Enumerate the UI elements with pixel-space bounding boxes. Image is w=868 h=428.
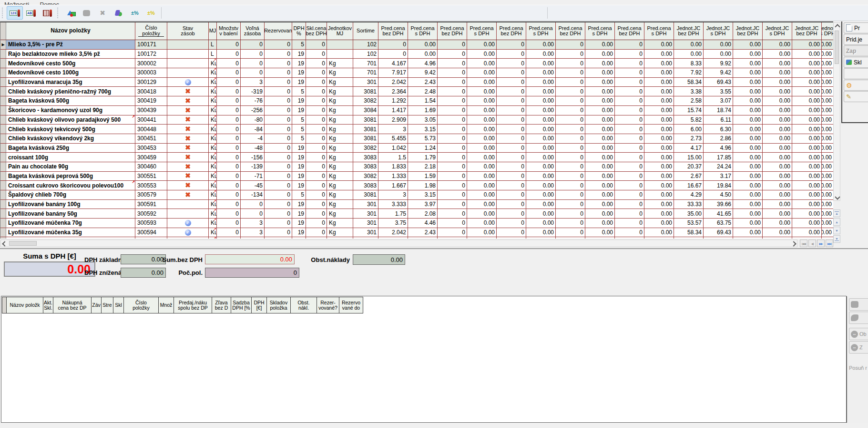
grid-cell-pred3s[interactable]: 0.00	[526, 237, 556, 239]
grid-cell-nazov[interactable]: Lyofilizované banány 100g	[6, 200, 135, 209]
grid-cell-jc1s[interactable]: 6.11	[704, 115, 733, 125]
grid-cell-pred3b[interactable]: 0	[497, 190, 526, 199]
grid-cell-pred3s[interactable]: 0.00	[526, 144, 556, 153]
grid-cell-jc3b[interactable]: 0.00	[792, 228, 822, 237]
grid-cell-jc3s[interactable]: 0.00	[822, 59, 833, 68]
grid-cell-dph[interactable]: 19	[292, 59, 306, 68]
grid-cell-pred5b[interactable]: 0	[615, 228, 644, 237]
grid-cell-nazov[interactable]: Lyofilizované mango 70g	[6, 237, 135, 239]
grid-cell-jednotkovamj[interactable]: Kg	[327, 144, 353, 153]
grid-cell-pred5s[interactable]: 0.00	[644, 106, 674, 115]
grid-cell-jc1b[interactable]: 58.34	[674, 78, 704, 87]
grid-cell-pred4s[interactable]: 0.00	[585, 228, 615, 237]
grid-cell-sklcena[interactable]: 0	[306, 190, 327, 199]
grid-cell-stav[interactable]: ✖	[167, 190, 209, 199]
grid-cell-jc3b[interactable]: 0.00	[792, 50, 822, 59]
grid-cell-dph[interactable]: 19	[292, 209, 306, 218]
grid-cell-pred4b[interactable]: 0	[556, 50, 585, 59]
grid-cell-jc1s[interactable]: 63.75	[704, 219, 733, 228]
grid-cell-jednotkovamj[interactable]: Kg	[327, 172, 353, 181]
grid-cell-pred5s[interactable]: 0.00	[644, 87, 674, 96]
column-header-jc1b[interactable]: Jednot.JCbez DPH	[674, 22, 704, 40]
grid-cell-jc1s[interactable]: 24.24	[704, 162, 733, 171]
grid-cell-mnozstvo[interactable]: 0	[217, 237, 241, 239]
grid-cell-pred4b[interactable]: 0	[556, 144, 585, 153]
column-header-sortiment[interactable]: Sortime	[353, 22, 378, 40]
grid-cell-sklcena[interactable]: 0	[306, 219, 327, 228]
row-selector[interactable]	[0, 228, 6, 237]
menu-moznosti[interactable]: Možnosti	[0, 0, 33, 5]
grid-cell-rezervovane[interactable]: 0	[265, 115, 292, 125]
grid-cell-cislo[interactable]: 300553	[135, 181, 167, 190]
grid-cell-cislo[interactable]: 300003	[135, 68, 167, 77]
grid-cell-pred3b[interactable]: 0	[497, 181, 526, 190]
grid-cell-pred2b[interactable]: 0	[438, 219, 467, 228]
scroll-right-button[interactable]	[790, 240, 797, 247]
grid-cell-pred5s[interactable]: 0.00	[644, 96, 674, 105]
grid-cell-pred5s[interactable]: 0.00	[644, 134, 674, 143]
grid-cell-pred4s[interactable]: 0.00	[585, 115, 615, 125]
grid-cell-pred1s[interactable]: 2.43	[408, 78, 438, 87]
grid-cell-volna[interactable]: 3	[241, 78, 265, 87]
grid-cell-pred1s[interactable]: 4.96	[408, 59, 438, 68]
grid-cell-pred5s[interactable]: 0.00	[644, 219, 674, 228]
grid-cell-pred2b[interactable]: 0	[438, 78, 467, 87]
grid-cell-volna[interactable]: -139	[241, 162, 265, 171]
grid-cell-stav[interactable]	[167, 68, 209, 77]
grid-cell-pred2s[interactable]: 0.00	[467, 144, 497, 153]
grid-cell-dph[interactable]: 5	[292, 115, 306, 125]
row-selector[interactable]	[0, 115, 6, 125]
grid-cell-volna[interactable]: -45	[241, 181, 265, 190]
grid-cell-jc3b[interactable]: 0.00	[792, 219, 822, 228]
grid-cell-rezervovane[interactable]: 0	[265, 181, 292, 190]
row-selector[interactable]	[0, 209, 6, 218]
grid-cell-nazov[interactable]: Rajo bezlaktozove mlieko 3,5% pž	[6, 50, 135, 59]
grid-cell-cislo[interactable]: 300419	[135, 96, 167, 105]
grid-cell-pred3s[interactable]: 0.00	[526, 228, 556, 237]
grid-cell-cislo[interactable]: 300448	[135, 125, 167, 134]
grid-cell-jednotkovamj[interactable]: Kg	[327, 219, 353, 228]
grid-cell-jc1b[interactable]: 4.17	[674, 144, 704, 153]
grid-cell-rezervovane[interactable]: 0	[265, 40, 292, 49]
grid-cell-sklcena[interactable]: 0	[306, 172, 327, 181]
grid-cell-jc2s[interactable]: 0.00	[763, 125, 792, 134]
grid-cell-pred4s[interactable]: 0.00	[585, 181, 615, 190]
grid-cell-jednotkovamj[interactable]: Kg	[327, 125, 353, 134]
grid-cell-dph[interactable]: 19	[292, 68, 306, 77]
column-header-stav[interactable]: Stavzásob	[167, 22, 209, 40]
grid-cell-volna[interactable]: 0	[241, 200, 265, 209]
grid-cell-pred1s[interactable]: 1.24	[408, 144, 438, 153]
grid-cell-jc3s[interactable]: 0.00	[822, 162, 833, 171]
grid-cell-pred4b[interactable]: 0	[556, 96, 585, 105]
grid-cell-volna[interactable]: -134	[241, 190, 265, 199]
row-selector[interactable]: ▶	[0, 40, 6, 49]
grid-cell-pred3s[interactable]: 0.00	[526, 162, 556, 171]
scroll-down-button[interactable]	[834, 193, 841, 200]
grid-cell-pred4b[interactable]: 0	[556, 87, 585, 96]
grid-cell-stav[interactable]: ✓	[167, 78, 209, 87]
z-button[interactable]: •• Z	[849, 341, 868, 354]
column-header-jc2s[interactable]: Jednot.JCs DPH	[763, 22, 792, 40]
toolbar-grip[interactable]	[2, 8, 4, 18]
column-header-sklcena[interactable]: Skl.cenabez DPH	[306, 22, 327, 40]
grid-cell-jc1b[interactable]: 2.73	[674, 134, 704, 143]
grid-cell-pred5b[interactable]: 0	[615, 134, 644, 143]
grid-cell-pred1b[interactable]: 1.833	[378, 162, 408, 171]
grid-cell-jc1b[interactable]: 2.58	[674, 96, 704, 105]
grid-cell-sortiment[interactable]: 3084	[353, 106, 378, 115]
grid-cell-jednotkovamj[interactable]: Kg	[327, 87, 353, 96]
grid-cell-cislo[interactable]: 300441	[135, 115, 167, 125]
grid-cell-pred4b[interactable]: 0	[556, 219, 585, 228]
grid-cell-nazov[interactable]: Pain au chocolate 90g	[6, 162, 135, 171]
grid-cell-nazov[interactable]: Chlieb kváskový víkendový 2kg	[6, 134, 135, 143]
grid-cell-sortiment[interactable]: 301	[353, 219, 378, 228]
grid-cell-jc1b[interactable]: 6.00	[674, 125, 704, 134]
grid-cell-pred2s[interactable]: 0.00	[467, 59, 497, 68]
grid-cell-stav[interactable]: ✖	[167, 172, 209, 181]
grid-cell-pred1s[interactable]: 2.08	[408, 209, 438, 218]
grid-cell-jc2b[interactable]: 0.00	[733, 144, 763, 153]
grid-cell-pred1b[interactable]: 3	[378, 125, 408, 134]
grid-cell-mj[interactable]: Ku↗	[209, 162, 217, 171]
grid-cell-dph[interactable]: 19	[292, 228, 306, 237]
grid-cell-jc3b[interactable]: 0.00	[792, 172, 822, 181]
